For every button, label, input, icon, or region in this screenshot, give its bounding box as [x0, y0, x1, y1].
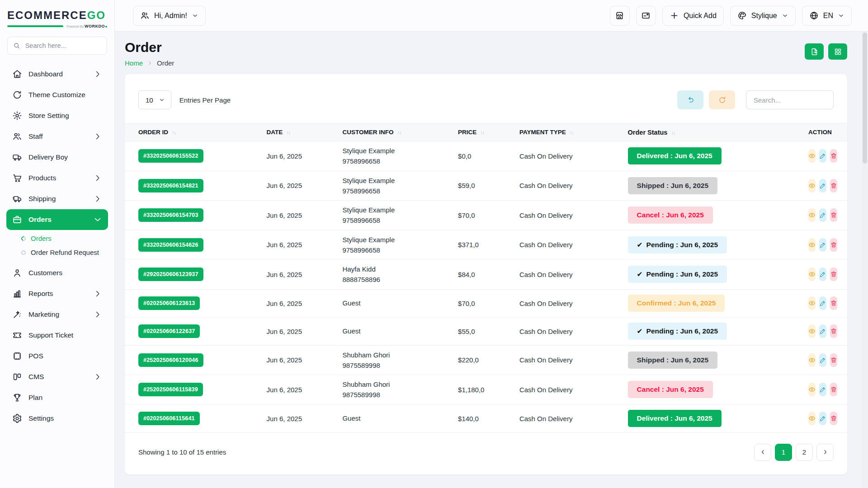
delete-order-button[interactable] — [830, 267, 837, 281]
column-header-order-status[interactable]: Order Status↑↓ — [623, 123, 804, 141]
view-order-button[interactable] — [808, 383, 816, 396]
edit-order-button[interactable] — [819, 267, 826, 281]
sidebar-item-settings[interactable]: Settings — [6, 408, 108, 429]
storefront-button[interactable] — [610, 6, 630, 26]
order-date: Jun 6, 2025 — [262, 171, 338, 201]
order-id-badge[interactable]: #2520250606120046 — [138, 353, 203, 367]
order-id-badge[interactable]: #2520250606115839 — [138, 383, 203, 396]
sidebar-item-theme-customize[interactable]: Theme Customize — [6, 84, 108, 105]
sidebar-subitem-order-refund-request[interactable]: Order Refund Request — [21, 245, 114, 259]
sidebar-item-pos[interactable]: POS — [6, 346, 108, 366]
greeting-label: Hi, Admin! — [154, 12, 187, 20]
breadcrumb-home-link[interactable]: Home — [125, 59, 143, 67]
column-header-date[interactable]: DATE↑↓ — [262, 123, 338, 141]
sidebar-item-shipping[interactable]: Shipping — [6, 188, 108, 209]
eye-icon — [808, 357, 816, 364]
language-selector-button[interactable]: EN — [802, 6, 852, 26]
edit-order-button[interactable] — [819, 412, 826, 425]
delete-order-button[interactable] — [830, 383, 837, 396]
sidebar-item-plan[interactable]: Plan — [6, 387, 108, 408]
sidebar-subitem-orders[interactable]: Orders — [21, 231, 114, 245]
sidebar-item-products[interactable]: Products — [6, 168, 108, 188]
column-header-order-id[interactable]: ORDER ID↑↓ — [125, 123, 262, 141]
delete-order-button[interactable] — [830, 353, 837, 367]
delete-order-button[interactable] — [830, 149, 837, 163]
view-order-button[interactable] — [808, 208, 816, 222]
grid-view-button[interactable] — [828, 43, 847, 60]
column-header-customer-info[interactable]: CUSTOMER INFO↑↓ — [338, 123, 453, 141]
sidebar-item-marketing[interactable]: Marketing — [6, 304, 108, 325]
delete-order-button[interactable] — [830, 179, 837, 192]
theme-selector-button[interactable]: Stylique — [730, 6, 796, 26]
payment-type: Cash On Delivery — [515, 317, 623, 345]
delete-order-button[interactable] — [830, 412, 837, 425]
edit-order-button[interactable] — [819, 296, 826, 310]
sidebar-search-input[interactable] — [24, 42, 101, 50]
order-id-badge[interactable]: #3320250606154821 — [138, 179, 203, 192]
edit-order-button[interactable] — [819, 353, 826, 367]
undo-button[interactable] — [677, 90, 703, 109]
sidebar-item-dashboard[interactable]: Dashboard — [6, 64, 108, 84]
order-id-badge[interactable]: #3320250606154626 — [138, 238, 203, 252]
edit-order-button[interactable] — [819, 238, 826, 252]
scrollbar-thumb[interactable] — [863, 33, 867, 164]
sidebar-item-store-setting[interactable]: Store Setting — [6, 105, 108, 126]
order-id-badge[interactable]: #020250606115641 — [138, 412, 200, 425]
view-order-button[interactable] — [808, 179, 816, 192]
page-button-2[interactable]: 2 — [796, 444, 813, 461]
refresh-button[interactable] — [709, 90, 735, 109]
chevron-down-icon — [159, 97, 165, 103]
export-button[interactable] — [805, 43, 824, 60]
view-order-button[interactable] — [808, 412, 816, 425]
sidebar-search[interactable] — [7, 37, 107, 55]
order-id-badge[interactable]: #020250606122637 — [138, 324, 200, 338]
delete-order-button[interactable] — [830, 208, 837, 222]
column-header-price[interactable]: PRICE↑↓ — [453, 123, 515, 141]
column-header-payment-type[interactable]: PAYMENT TYPE↑↓ — [515, 123, 623, 141]
order-id-badge[interactable]: #3320250606154703 — [138, 208, 203, 222]
view-order-button[interactable] — [808, 353, 816, 367]
view-order-button[interactable] — [808, 324, 816, 338]
table-search-input[interactable] — [746, 90, 834, 109]
view-order-button[interactable] — [808, 296, 816, 310]
sidebar-item-orders[interactable]: Orders — [6, 209, 108, 230]
scrollbar[interactable] — [862, 32, 868, 488]
view-order-button[interactable] — [808, 149, 816, 163]
edit-order-button[interactable] — [819, 179, 826, 192]
sort-icon: ↑↓ — [397, 130, 401, 135]
sidebar-item-staff[interactable]: Staff — [6, 126, 108, 147]
messages-button[interactable] — [636, 6, 656, 26]
delete-order-button[interactable] — [830, 324, 837, 338]
customer-info: Stylique Example9758996658 — [338, 230, 453, 260]
page-button-1[interactable]: 1 — [775, 444, 792, 461]
edit-order-button[interactable] — [819, 208, 826, 222]
sidebar-item-support-ticket[interactable]: Support Ticket — [6, 325, 108, 346]
sidebar-item-cms[interactable]: CMS — [6, 366, 108, 387]
sidebar-item-customers[interactable]: Customers — [6, 263, 108, 283]
orders-table: ORDER ID↑↓DATE↑↓CUSTOMER INFO↑↓PRICE↑↓PA… — [125, 123, 847, 433]
entries-per-page-select[interactable]: 10 — [138, 90, 171, 109]
prev-page-button[interactable] — [754, 444, 771, 461]
edit-order-button[interactable] — [819, 324, 826, 338]
chevron-right-icon — [93, 372, 103, 382]
next-page-button[interactable] — [816, 444, 834, 461]
order-price: $70,0 — [453, 289, 515, 317]
order-id-badge[interactable]: #020250606123613 — [138, 296, 200, 310]
view-order-button[interactable] — [808, 238, 816, 252]
customer-info: Stylique Example9758996658 — [338, 171, 453, 201]
order-id-badge[interactable]: #3320250606155522 — [138, 149, 203, 163]
order-id-badge[interactable]: #2920250606123937 — [138, 267, 203, 281]
trash-icon — [830, 211, 837, 219]
edit-order-button[interactable] — [819, 149, 826, 163]
edit-order-button[interactable] — [819, 383, 826, 396]
brand-logo[interactable]: ECOMMERCEGO Powered By WORKDO — [0, 9, 114, 28]
sidebar-item-reports[interactable]: Reports — [6, 283, 108, 304]
user-menu-button[interactable]: Hi, Admin! — [133, 6, 206, 26]
main-area: Hi, Admin! Quick Add Stylique — [115, 0, 868, 488]
delete-order-button[interactable] — [830, 296, 837, 310]
delete-order-button[interactable] — [830, 238, 837, 252]
view-order-button[interactable] — [808, 267, 816, 281]
quick-add-button[interactable]: Quick Add — [662, 6, 724, 26]
home-icon — [12, 69, 22, 79]
sidebar-item-delivery-boy[interactable]: Delivery Boy — [6, 147, 108, 168]
